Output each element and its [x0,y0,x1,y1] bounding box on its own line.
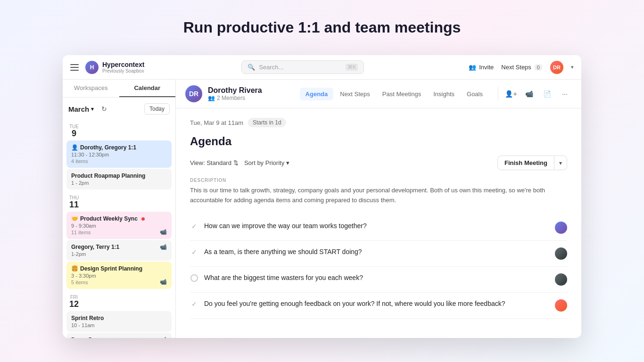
agenda-item-avatar-2 [555,247,567,260]
month-label[interactable]: March ▾ [68,105,94,113]
finish-meeting-label[interactable]: Finish Meeting [498,156,554,170]
meeting-time: 11:30 - 12:30pm [71,152,167,157]
tab-insights[interactable]: Insights [428,88,460,100]
agenda-title: Agenda [190,135,567,148]
day-header-tue: TUE 9 [63,120,175,140]
check-icon-1[interactable]: ✓ [190,222,198,230]
sort-selector[interactable]: Sort by Priority ▾ [244,159,289,166]
starts-badge: Starts in 1d [248,118,286,127]
agenda-content: Tue, Mar 9 at 11am Starts in 1d Agenda V… [176,108,581,338]
calendar-controls: March ▾ ↻ Today [63,98,175,120]
agenda-item: ✓ As a team, is there anything we should… [190,241,567,267]
meeting-card-sprint-retro[interactable]: Sprint Retro 10 - 11am [66,311,172,332]
next-steps-badge: 0 [534,64,543,71]
check-icon-3[interactable] [190,274,198,282]
calendar-list: TUE 9 👤 Dorothy, Gregory 1:1 11:30 - 12:… [63,120,175,338]
description-section: DESCRIPTION This is our time to talk gro… [190,178,567,206]
month-chevron-icon: ▾ [91,106,94,112]
day-header-thu: THU 11 [63,191,175,211]
meeting-tab-actions: 👤+ 📹 📄 ··· [498,87,572,101]
meeting-emoji: 👤 [71,144,78,151]
meeting-items: 4 items [71,158,167,164]
view-selector[interactable]: View: Standard ⇅ [190,159,239,166]
check-icon-2[interactable]: ✓ [190,248,198,256]
meeting-card-demo-day[interactable]: Demo Day 📹 3:30 - 5pm [66,333,172,338]
tab-past-meetings[interactable]: Past Meetings [377,88,427,100]
meeting-date-row: Tue, Mar 9 at 11am Starts in 1d [190,118,567,127]
sidebar-tab-workspaces[interactable]: Workspaces [63,80,119,97]
tab-goals[interactable]: Goals [461,88,488,100]
tab-next-steps[interactable]: Next Steps [334,88,376,100]
video-call-button[interactable]: 📹 [522,87,536,101]
user-avatar-nav[interactable]: DR [550,61,563,74]
agenda-items: ✓ How can we improve the way our team wo… [190,215,567,319]
day-num-12: 12 [69,300,79,308]
logo-sub: Previously Soapbox [102,68,144,74]
search-icon: 🔍 [248,64,255,71]
view-chevron-icon: ⇅ [233,159,239,166]
meeting-card-gregory-terry[interactable]: Gregory, Terry 1:1 📹 1-2pm [66,240,172,261]
notification-dot [141,217,145,221]
check-icon-4[interactable]: ✓ [190,300,198,308]
meeting-time: 10 - 11am [71,322,167,328]
day-group-tue: TUE 9 👤 Dorothy, Gregory 1:1 11:30 - 12:… [63,120,175,189]
agenda-item-text-1: How can we improve the way our team work… [204,222,549,231]
agenda-item-avatar-4 [555,299,567,312]
day-num-11: 11 [69,200,79,209]
meeting-time: 1 - 2pm [71,180,167,186]
day-group-fri: FRI 12 Sprint Retro 10 - 11am Demo Day 📹 [63,291,175,338]
top-nav: H Hypercontext Previously Soapbox 🔍 Sear… [63,55,581,80]
page-title: Run productive 1:1 and team meetings [183,19,461,36]
main-content: DR Dorothy Rivera 👥 2 Members Agenda Nex… [176,80,581,338]
members-icon: 👥 [208,95,215,101]
search-bar[interactable]: 🔍 Search... ⌘K [241,60,364,74]
meeting-card-dorothy-gregory[interactable]: 👤 Dorothy, Gregory 1:1 11:30 - 12:30pm 4… [66,140,172,168]
finish-meeting-button[interactable]: Finish Meeting ▾ [497,156,567,170]
nav-right: 👥 Invite Next Steps 0 DR ▾ [469,61,574,74]
more-options-button[interactable]: ··· [558,87,572,101]
logo-area: H Hypercontext Previously Soapbox [85,61,144,74]
sort-chevron-icon: ▾ [286,159,289,166]
meeting-card-product-roadmap[interactable]: Product Roapmap Planning 1 - 2pm [66,169,172,189]
agenda-item: ✓ How can we improve the way our team wo… [190,215,567,241]
finish-meeting-dropdown-icon[interactable]: ▾ [554,156,567,170]
app-window: H Hypercontext Previously Soapbox 🔍 Sear… [63,55,581,338]
video-icon: 📹 [160,229,167,235]
meeting-emoji: 🍔 [71,265,78,272]
today-button[interactable]: Today [144,103,170,115]
agenda-item-text-3: What are the biggest time wasters for yo… [204,273,549,283]
add-member-button[interactable]: 👤+ [504,87,518,101]
meeting-emoji: 🤝 [71,215,78,222]
add-user-icon: 👥 [469,64,476,71]
agenda-toolbar: View: Standard ⇅ Sort by Priority ▾ Fini… [190,156,567,170]
meeting-card-product-weekly[interactable]: 🤝 Product Weekly Sync 9 - 9:30am 11 item… [66,212,172,239]
sidebar: Workspaces Calendar March ▾ ↻ Today TUE [63,80,176,338]
hamburger-icon[interactable] [70,63,80,72]
meeting-time: 3 - 3:30pm [71,273,167,279]
meeting-card-design-sprint[interactable]: 🍔 Design Sprint Planning 3 - 3:30pm 5 it… [66,262,172,289]
video-icon: 📹 [160,279,167,285]
day-header-fri: FRI 12 [63,291,175,310]
description-label: DESCRIPTION [190,178,567,183]
meeting-items: 11 items [71,230,91,235]
day-group-thu: THU 11 🤝 Product Weekly Sync 9 - 9:30am … [63,191,175,289]
meeting-name: Dorothy Rivera [208,86,294,95]
search-shortcut: ⌘K [346,64,358,71]
agenda-item: What are the biggest time wasters for yo… [190,267,567,293]
agenda-item-text-4: Do you feel you're getting enough feedba… [204,299,549,309]
meeting-items: 5 items [71,280,88,285]
next-steps-nav-button[interactable]: Next Steps 0 [501,64,543,71]
sidebar-tab-calendar[interactable]: Calendar [119,80,176,97]
video-icon: 📹 [160,337,167,338]
user-menu-chevron-icon[interactable]: ▾ [571,64,574,70]
logo-avatar: H [85,61,99,74]
calendar-refresh-button[interactable]: ↻ [98,102,111,115]
tab-agenda[interactable]: Agenda [300,88,334,100]
document-button[interactable]: 📄 [540,87,554,101]
search-placeholder: Search... [259,64,342,71]
agenda-item-avatar-1 [555,222,567,234]
agenda-item-text-2: As a team, is there anything we should S… [204,247,549,257]
invite-button[interactable]: 👥 Invite [469,64,494,71]
empty-circle-icon [190,274,198,282]
meeting-time: 9 - 9:30am [71,223,167,229]
